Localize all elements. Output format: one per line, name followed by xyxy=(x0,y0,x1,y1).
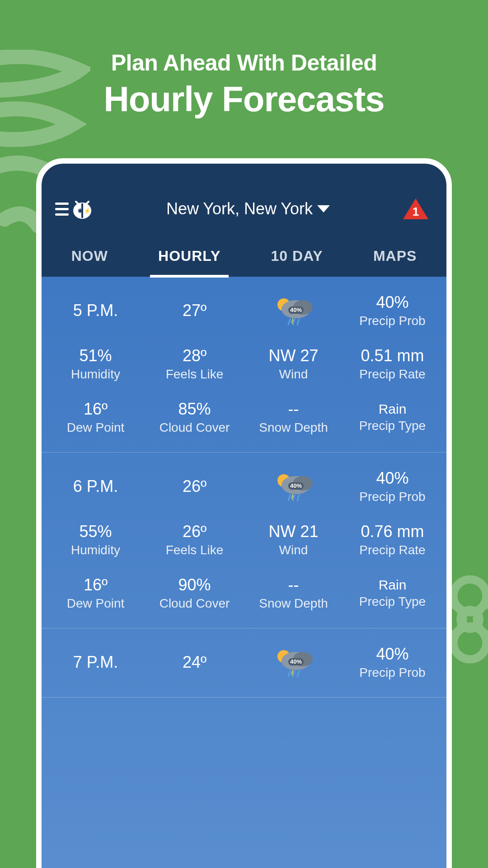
humidity-value: 51% xyxy=(46,346,145,365)
wind-label: Wind xyxy=(244,367,343,382)
snow-depth-label: Snow Depth xyxy=(244,596,343,611)
humidity-label: Humidity xyxy=(46,367,145,382)
hour-time: 5 P.M. xyxy=(46,301,145,320)
precip-type-value: Rain xyxy=(343,577,442,593)
location-selector[interactable]: New York, New York xyxy=(93,199,403,218)
wind-label: Wind xyxy=(244,543,343,557)
precip-rate-label: Precip Rate xyxy=(343,367,442,382)
svg-text:40%: 40% xyxy=(290,658,301,665)
cloud-cover-label: Cloud Cover xyxy=(145,420,244,435)
precip-type-label: Precip Type xyxy=(343,419,442,433)
menu-icon[interactable] xyxy=(55,203,69,216)
feels-like-value: 26º xyxy=(145,522,244,541)
cloud-cover-value: 90% xyxy=(145,576,244,594)
feels-like-label: Feels Like xyxy=(145,543,244,557)
hour-temp: 26º xyxy=(145,477,244,496)
dew-point-value: 16º xyxy=(46,400,145,419)
storm-cloud-icon: 40% xyxy=(244,471,343,502)
dew-point-value: 16º xyxy=(46,576,145,594)
tabs: NOW HOURLY 10 DAY MAPS xyxy=(42,231,446,277)
hour-block[interactable]: 7 P.M. 24º 40% 40% Precip Prob xyxy=(42,628,446,698)
storm-cloud-icon: 40% xyxy=(244,295,343,326)
weatherbug-logo-icon[interactable]: ✱ ⚡ xyxy=(71,198,93,220)
hour-block[interactable]: 6 P.M. 26º 40% 40% Precip Prob 55%Humidi… xyxy=(42,453,446,628)
precip-rate-label: Precip Rate xyxy=(343,543,442,557)
snow-depth-label: Snow Depth xyxy=(244,420,343,435)
feels-like-value: 28º xyxy=(145,346,244,365)
feels-like-label: Feels Like xyxy=(145,367,244,382)
precip-prob-value: 40% xyxy=(343,293,442,312)
hour-block[interactable]: 5 P.M. 27º 40% 40% Precip Prob 51%Humidi… xyxy=(42,277,446,453)
topbar: ✱ ⚡ New York, New York 1 xyxy=(42,164,446,231)
alert-badge[interactable]: 1 xyxy=(403,198,428,219)
precip-type-value: Rain xyxy=(343,401,442,417)
precip-rate-value: 0.76 mm xyxy=(343,522,442,541)
hour-temp: 24º xyxy=(145,653,244,672)
location-text: New York, New York xyxy=(166,199,313,218)
svg-text:40%: 40% xyxy=(290,482,301,489)
wind-value: NW 27 xyxy=(244,346,343,365)
chevron-down-icon xyxy=(317,205,330,212)
wind-value: NW 21 xyxy=(244,522,343,541)
hourly-content[interactable]: 5 P.M. 27º 40% 40% Precip Prob 51%Humidi… xyxy=(42,277,446,868)
hour-time: 7 P.M. xyxy=(46,653,145,672)
snow-depth-value: -- xyxy=(244,576,343,594)
tab-maps[interactable]: MAPS xyxy=(368,245,422,277)
precip-type-label: Precip Type xyxy=(343,594,442,609)
hour-time: 6 P.M. xyxy=(46,477,145,496)
dew-point-label: Dew Point xyxy=(46,420,145,435)
tab-10day[interactable]: 10 DAY xyxy=(266,245,328,277)
precip-prob-label: Precip Prob xyxy=(343,490,442,504)
precip-prob-value: 40% xyxy=(343,645,442,664)
cloud-cover-label: Cloud Cover xyxy=(145,596,244,611)
precip-prob-value: 40% xyxy=(343,469,442,488)
humidity-value: 55% xyxy=(46,522,145,541)
cloud-cover-value: 85% xyxy=(145,400,244,419)
dew-point-label: Dew Point xyxy=(46,596,145,611)
hour-temp: 27º xyxy=(145,301,244,320)
precip-prob-label: Precip Prob xyxy=(343,314,442,328)
alert-count: 1 xyxy=(412,205,419,219)
precip-prob-label: Precip Prob xyxy=(343,665,442,680)
svg-text:40%: 40% xyxy=(290,307,301,313)
svg-text:⚡: ⚡ xyxy=(84,207,91,215)
humidity-label: Humidity xyxy=(46,543,145,557)
precip-rate-value: 0.51 mm xyxy=(343,346,442,365)
snow-depth-value: -- xyxy=(244,400,343,419)
phone-frame: ✱ ⚡ New York, New York 1 NOW HOURLY 10 D… xyxy=(36,158,452,868)
tab-hourly[interactable]: HOURLY xyxy=(153,245,226,277)
svg-point-4 xyxy=(460,610,479,629)
svg-text:✱: ✱ xyxy=(78,208,83,214)
tab-now[interactable]: NOW xyxy=(66,245,113,277)
storm-cloud-icon: 40% xyxy=(244,646,343,678)
